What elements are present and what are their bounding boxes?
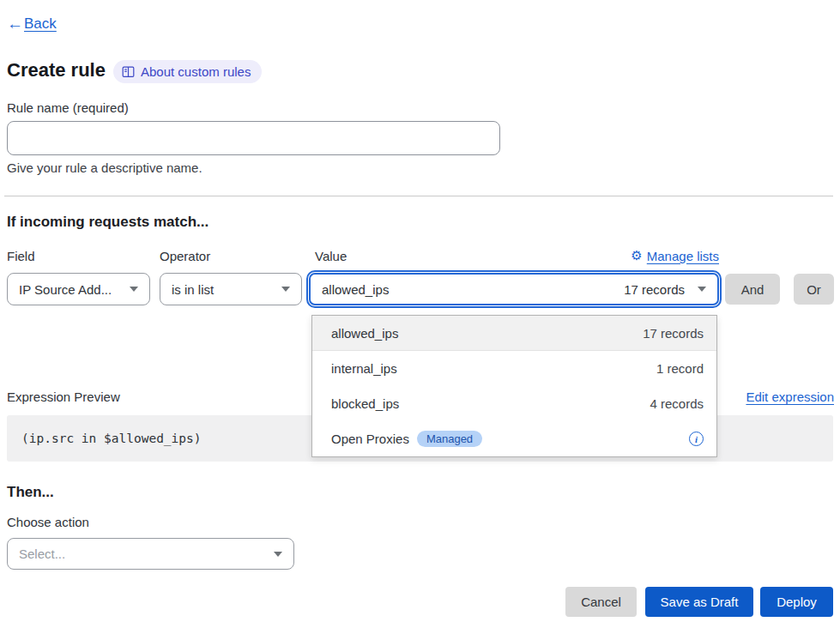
or-button[interactable]: Or [794, 274, 834, 305]
action-select[interactable]: Select... [7, 538, 294, 570]
list-item-internal-ips[interactable]: internal_ips 1 record [312, 351, 716, 386]
choose-action-label: Choose action [7, 515, 89, 529]
expression-preview-label: Expression Preview [7, 389, 120, 404]
value-combobox-records: 17 records [624, 282, 685, 297]
operator-label: Operator [160, 249, 210, 263]
cancel-button[interactable]: Cancel [565, 587, 637, 617]
value-label: Value [315, 249, 347, 263]
about-custom-rules-label: About custom rules [141, 64, 251, 79]
value-combobox-text: allowed_ips [322, 282, 624, 297]
field-select[interactable]: IP Source Add... [7, 273, 150, 305]
expression-code: (ip.src in $allowed_ips) [21, 432, 202, 445]
list-item-allowed-ips[interactable]: allowed_ips 17 records [312, 316, 716, 351]
manage-lists-label: Manage lists [647, 249, 719, 263]
then-section-heading: Then... [7, 484, 54, 501]
rule-name-input[interactable] [7, 121, 500, 155]
chevron-down-icon [130, 287, 138, 292]
and-button[interactable]: And [725, 274, 780, 305]
create-rule-page: ← Back Create rule About custom rules Ru… [0, 0, 840, 634]
list-item-records: 17 records [643, 326, 704, 341]
info-icon[interactable]: i [689, 432, 704, 446]
edit-expression-link[interactable]: Edit expression [746, 389, 834, 404]
field-select-value: IP Source Add... [19, 282, 130, 297]
manage-lists-link[interactable]: ⚙ Manage lists [631, 248, 719, 263]
about-custom-rules-link[interactable]: About custom rules [113, 60, 262, 83]
list-item-blocked-ips[interactable]: blocked_ips 4 records [312, 386, 716, 421]
list-item-name: internal_ips [331, 361, 656, 376]
list-item-records: 4 records [650, 396, 704, 411]
save-as-draft-button[interactable]: Save as Draft [645, 587, 753, 617]
rule-name-label: Rule name (required) [7, 100, 129, 115]
page-title: Create rule [7, 59, 106, 82]
action-select-placeholder: Select... [19, 546, 274, 561]
list-item-open-proxies[interactable]: Open Proxies Managed i [312, 421, 716, 456]
rule-name-helper-text: Give your rule a descriptive name. [7, 160, 202, 175]
managed-badge: Managed [417, 431, 482, 447]
match-section-heading: If incoming requests match... [7, 214, 208, 231]
operator-select-value: is in list [172, 282, 281, 297]
book-icon [122, 66, 135, 78]
list-item-records: 1 record [656, 361, 704, 376]
value-combobox[interactable]: allowed_ips 17 records [309, 273, 719, 305]
back-label: Back [24, 15, 57, 33]
back-arrow-icon: ← [7, 15, 23, 33]
deploy-button[interactable]: Deploy [760, 587, 833, 617]
list-dropdown-panel: allowed_ips 17 records internal_ips 1 re… [311, 315, 717, 457]
chevron-down-icon [274, 552, 282, 557]
list-item-name: Open Proxies [331, 432, 409, 446]
back-link[interactable]: ← Back [7, 15, 57, 33]
chevron-down-icon [281, 287, 290, 292]
operator-select[interactable]: is in list [160, 273, 302, 305]
gear-icon: ⚙ [631, 248, 642, 263]
chevron-down-icon[interactable] [698, 287, 706, 292]
list-item-name: allowed_ips [331, 326, 643, 341]
section-divider [4, 196, 833, 196]
field-label: Field [7, 249, 35, 263]
list-item-name: blocked_ips [331, 396, 650, 411]
